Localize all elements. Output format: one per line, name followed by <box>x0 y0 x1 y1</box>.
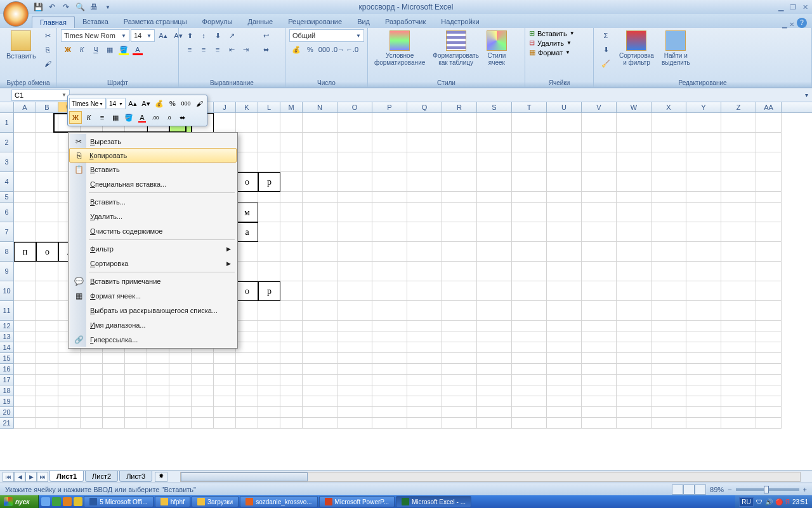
cell-G15[interactable] <box>147 353 169 364</box>
row-header-11[interactable]: 11 <box>0 301 14 321</box>
mini-fill-button[interactable]: 🪣 <box>122 111 135 124</box>
cell-Y2[interactable] <box>686 133 721 152</box>
cell-G19[interactable] <box>147 396 169 407</box>
row-header-15[interactable]: 15 <box>0 353 14 364</box>
cell-H20[interactable] <box>169 407 192 418</box>
currency-button[interactable]: 💰 <box>289 43 303 56</box>
cell-C15[interactable] <box>58 353 81 364</box>
cell-X8[interactable] <box>652 242 686 262</box>
sort-filter-button[interactable]: Сортировка и фильтр <box>617 29 657 67</box>
cell-V20[interactable] <box>582 407 617 418</box>
cell-V5[interactable] <box>582 192 617 203</box>
cell-W5[interactable] <box>617 192 652 203</box>
cell-S8[interactable] <box>477 242 512 262</box>
row-header-18[interactable]: 18 <box>0 385 14 396</box>
cell-AA1[interactable] <box>756 113 782 133</box>
col-header-U[interactable]: U <box>547 102 582 112</box>
cell-B9[interactable] <box>36 262 58 281</box>
cell-Z18[interactable] <box>721 385 756 396</box>
cell-J16[interactable] <box>214 364 236 375</box>
cell-P16[interactable] <box>372 364 407 375</box>
cell-P2[interactable] <box>372 133 407 152</box>
cell-M6[interactable] <box>280 203 303 222</box>
cell-B19[interactable] <box>36 396 58 407</box>
cell-T10[interactable] <box>512 281 547 301</box>
sheet-nav-next[interactable]: ▶ <box>25 472 37 482</box>
cell-L4[interactable]: р <box>258 172 280 192</box>
cell-T17[interactable] <box>512 375 547 385</box>
cell-L12[interactable] <box>258 321 280 331</box>
cell-P17[interactable] <box>372 375 407 385</box>
cell-J17[interactable] <box>214 375 236 385</box>
cell-V3[interactable] <box>582 152 617 172</box>
cell-N2[interactable] <box>303 133 337 152</box>
cell-U8[interactable] <box>547 242 582 262</box>
orientation-button[interactable]: ↗ <box>225 29 239 42</box>
cell-R3[interactable] <box>442 152 477 172</box>
cell-Q12[interactable] <box>407 321 442 331</box>
cell-O3[interactable] <box>337 152 372 172</box>
cell-V4[interactable] <box>582 172 617 192</box>
cell-B5[interactable] <box>36 192 58 203</box>
cell-N14[interactable] <box>303 342 337 353</box>
col-header-X[interactable]: X <box>652 102 686 112</box>
col-header-W[interactable]: W <box>617 102 652 112</box>
cell-R12[interactable] <box>442 321 477 331</box>
col-header-AA[interactable]: AA <box>756 102 782 112</box>
cell-K1[interactable] <box>236 113 258 133</box>
border-button[interactable]: ▦ <box>103 43 117 56</box>
cell-S18[interactable] <box>477 385 512 396</box>
cell-V16[interactable] <box>582 364 617 375</box>
cell-Q3[interactable] <box>407 152 442 172</box>
zoom-in-button[interactable]: + <box>803 486 807 493</box>
cell-D17[interactable] <box>81 375 103 385</box>
cell-X2[interactable] <box>652 133 686 152</box>
cell-A14[interactable] <box>14 342 36 353</box>
cell-Q7[interactable] <box>407 222 442 242</box>
cell-AA17[interactable] <box>756 375 782 385</box>
cell-S4[interactable] <box>477 172 512 192</box>
cell-O20[interactable] <box>337 407 372 418</box>
cell-M7[interactable] <box>280 222 303 242</box>
cell-M8[interactable] <box>280 242 303 262</box>
cell-A17[interactable] <box>14 375 36 385</box>
cell-T9[interactable] <box>512 262 547 281</box>
cell-Q1[interactable] <box>407 113 442 133</box>
cell-R19[interactable] <box>442 396 477 407</box>
context-menu-item[interactable]: Гиперссылка...🔗 <box>70 332 236 347</box>
col-header-V[interactable]: V <box>582 102 617 112</box>
align-top-button[interactable]: ⬆ <box>183 29 197 42</box>
cell-Y10[interactable] <box>686 281 721 301</box>
row-header-5[interactable]: 5 <box>0 192 14 203</box>
align-left-button[interactable]: ≡ <box>183 43 197 56</box>
cell-R7[interactable] <box>442 222 477 242</box>
cell-K13[interactable] <box>236 331 258 342</box>
cell-S12[interactable] <box>477 321 512 331</box>
align-right-button[interactable]: ≡ <box>211 43 225 56</box>
view-layout-button[interactable] <box>683 485 695 495</box>
cell-Y14[interactable] <box>686 342 721 353</box>
cell-R13[interactable] <box>442 331 477 342</box>
cell-J1[interactable] <box>214 113 236 133</box>
close-button[interactable]: ✕ <box>802 3 808 11</box>
start-button[interactable]: пуск <box>0 495 39 508</box>
cell-O5[interactable] <box>337 192 372 203</box>
cell-N15[interactable] <box>303 353 337 364</box>
cell-H16[interactable] <box>169 364 192 375</box>
cell-X14[interactable] <box>652 342 686 353</box>
cell-H21[interactable] <box>169 418 192 429</box>
cell-L16[interactable] <box>258 364 280 375</box>
cell-M11[interactable] <box>280 301 303 321</box>
cell-O18[interactable] <box>337 385 372 396</box>
cell-Z4[interactable] <box>721 172 756 192</box>
qat-redo-icon[interactable]: ↷ <box>61 2 71 12</box>
cell-A2[interactable] <box>14 133 36 152</box>
comma-button[interactable]: 000 <box>317 43 331 56</box>
copy-button[interactable]: ⎘ <box>41 43 55 56</box>
cell-M9[interactable] <box>280 262 303 281</box>
cell-W16[interactable] <box>617 364 652 375</box>
cell-X7[interactable] <box>652 222 686 242</box>
cell-J21[interactable] <box>214 418 236 429</box>
zoom-level[interactable]: 89% <box>710 486 724 493</box>
cell-V8[interactable] <box>582 242 617 262</box>
